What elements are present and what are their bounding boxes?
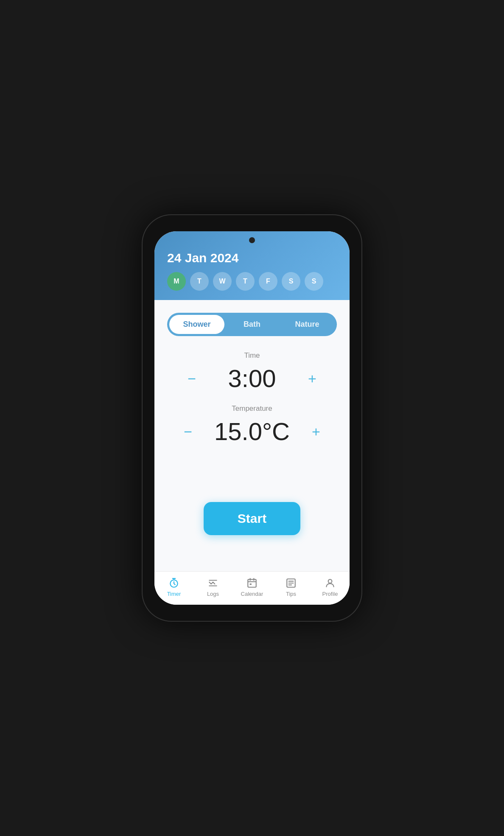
nav-profile-label: Profile [322,591,338,597]
mode-nature-button[interactable]: Nature [280,315,335,334]
day-sunday[interactable]: S [305,272,323,291]
day-saturday[interactable]: S [282,272,300,291]
temperature-increase-button[interactable]: + [307,421,325,442]
main-content: Shower Bath Nature Time − 3:00 + Tempera… [154,300,350,571]
temperature-decrease-button[interactable]: − [179,421,197,442]
temperature-control-row: − 15.0°C + [179,417,325,446]
date-display: 24 Jan 2024 [167,251,337,265]
start-button[interactable]: Start [204,502,300,535]
nav-calendar-label: Calendar [241,591,263,597]
temperature-value: 15.0°C [214,417,290,446]
phone-frame: 24 Jan 2024 M T W T F S S Shower Bath Na… [142,214,362,622]
day-thursday[interactable]: T [236,272,255,291]
mode-shower-button[interactable]: Shower [169,315,224,334]
nav-tips-label: Tips [286,591,296,597]
mode-bath-button[interactable]: Bath [224,315,280,334]
temperature-section: Temperature − 15.0°C + [167,404,337,446]
day-friday[interactable]: F [259,272,277,291]
camera-notch [249,237,255,243]
nav-tips[interactable]: Tips [272,578,311,597]
start-section: Start [167,502,337,535]
nav-profile[interactable]: Profile [311,578,350,597]
svg-rect-1 [248,579,256,587]
svg-point-4 [328,579,332,583]
bottom-navigation: Timer Logs Calendar [154,571,350,605]
nav-timer[interactable]: Timer [154,578,193,597]
time-control-row: − 3:00 + [182,364,322,393]
nav-timer-label: Timer [167,591,181,597]
time-section: Time − 3:00 + [167,351,337,393]
mode-selector: Shower Bath Nature [167,313,337,336]
nav-logs[interactable]: Logs [193,578,232,597]
time-value: 3:00 [218,364,286,393]
logs-icon [207,578,218,589]
day-tuesday[interactable]: T [190,272,209,291]
nav-logs-label: Logs [207,591,219,597]
day-monday[interactable]: M [167,272,186,291]
time-label: Time [244,351,260,360]
time-increase-button[interactable]: + [303,368,322,389]
profile-icon [325,578,336,589]
timer-icon [168,578,179,589]
nav-calendar[interactable]: Calendar [232,578,272,597]
phone-screen: 24 Jan 2024 M T W T F S S Shower Bath Na… [154,231,350,605]
days-row: M T W T F S S [167,272,337,291]
temperature-label: Temperature [232,404,272,413]
time-decrease-button[interactable]: − [182,368,201,389]
tips-icon [286,578,297,589]
day-wednesday[interactable]: W [213,272,232,291]
calendar-icon [246,578,258,589]
svg-rect-2 [250,584,252,585]
